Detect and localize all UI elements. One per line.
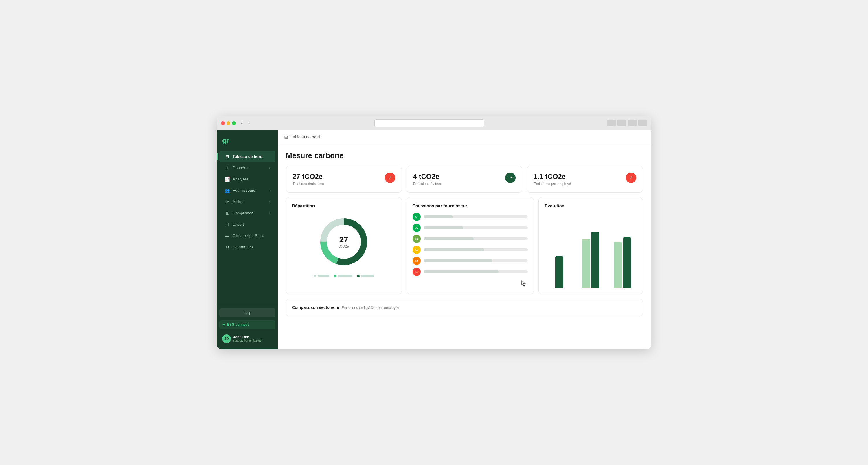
user-name: John Doe xyxy=(233,335,262,339)
logo-text: gr xyxy=(222,136,229,145)
donut-value: 27 xyxy=(339,235,349,244)
esg-icon: ✦ xyxy=(222,323,225,327)
supplier-bar-wrap xyxy=(424,237,528,240)
legend-dot-3 xyxy=(357,275,360,278)
settings-icon: ⚙ xyxy=(224,244,230,250)
supplier-bar-wrap xyxy=(424,215,528,218)
export-icon: ☐ xyxy=(224,222,230,227)
legend-bar-3 xyxy=(361,275,374,277)
cursor-icon xyxy=(519,279,528,288)
kpi-row: 27 tCO2e Total des émissions ↗ 4 tCO2e É… xyxy=(286,166,643,193)
minimize-button[interactable] xyxy=(226,121,230,125)
maximize-button[interactable] xyxy=(232,121,236,125)
url-input[interactable]: app.greenly.earth xyxy=(374,119,484,127)
kpi-info: 27 tCO2e Total des émissions xyxy=(292,173,324,186)
browser-action-2[interactable] xyxy=(617,120,626,126)
app-layout: gr ⊞ Tableau de bord ⬆ Données › 📈 Analy… xyxy=(217,130,651,349)
analyses-icon: 📈 xyxy=(224,177,230,182)
evolution-chart xyxy=(545,213,637,288)
legend-item-1 xyxy=(314,275,329,278)
bar-dark-2 xyxy=(591,232,599,288)
sidebar-item-tableau-de-bord[interactable]: ⊞ Tableau de bord xyxy=(219,151,275,162)
legend-item-2 xyxy=(334,275,352,278)
page-title: Mesure carbone xyxy=(286,151,643,160)
supplier-bar-wrap xyxy=(424,270,528,273)
supplier-bar xyxy=(424,270,499,273)
supplier-item-d: D xyxy=(412,257,528,265)
main-content: ⊞ Tableau de bord Mesure carbone 27 tCO2… xyxy=(278,130,651,349)
kpi-card-evitees: 4 tCO2e Émissions évitées 〜 xyxy=(406,166,523,193)
sidebar-item-label: Climate App Store xyxy=(232,233,264,238)
legend-item-3 xyxy=(357,275,374,278)
emissions-fournisseur-card: Émissions par fournisseur A+ A xyxy=(406,197,534,294)
supplier-bar xyxy=(424,226,463,229)
browser-action-3[interactable] xyxy=(628,120,637,126)
supplier-bar-wrap xyxy=(424,249,528,251)
supplier-badge-c: C xyxy=(412,246,421,254)
address-bar: app.greenly.earth xyxy=(255,119,603,127)
forward-button[interactable]: › xyxy=(247,120,251,126)
sidebar-item-label: Fournisseurs xyxy=(232,188,255,193)
sidebar-item-action[interactable]: ⟳ Action › xyxy=(219,196,275,207)
sidebar-logo: gr xyxy=(217,130,278,150)
topbar-dashboard-icon: ⊞ xyxy=(284,134,288,140)
supplier-bar xyxy=(424,249,484,251)
sidebar-item-fournisseurs[interactable]: 👥 Fournisseurs › xyxy=(219,185,275,196)
comparaison-title: Comparaison sectorielle xyxy=(292,305,339,310)
emissions-fournisseur-title: Émissions par fournisseur xyxy=(412,203,528,208)
close-button[interactable] xyxy=(221,121,225,125)
topbar-title: Tableau de bord xyxy=(291,135,320,139)
bar-dark-3 xyxy=(623,237,631,288)
comparaison-section: Comparaison sectorielle (Émissions en kg… xyxy=(286,299,643,316)
sidebar-item-climate-app-store[interactable]: ▬ Climate App Store xyxy=(219,230,275,241)
browser-action-1[interactable] xyxy=(607,120,616,126)
sidebar-item-label: Action xyxy=(232,200,244,204)
kpi-badge-up: ↗ xyxy=(385,173,395,183)
back-button[interactable]: ‹ xyxy=(239,120,244,126)
donut-legend xyxy=(314,275,374,278)
sidebar-item-donnees[interactable]: ⬆ Données › xyxy=(219,163,275,173)
kpi-label: Émissions évitées xyxy=(413,182,442,186)
user-info[interactable]: JD John Doe support@greenly.earth xyxy=(219,332,275,345)
supplier-bar-wrap xyxy=(424,226,528,229)
legend-dot-1 xyxy=(314,275,316,278)
supplier-item-a: A xyxy=(412,224,528,232)
chevron-icon: › xyxy=(269,189,270,192)
kpi-card-total-emissions: 27 tCO2e Total des émissions ↗ xyxy=(286,166,402,193)
browser-window: ‹ › app.greenly.earth gr ⊞ Tableau de bo… xyxy=(217,116,651,349)
sidebar-item-parametres[interactable]: ⚙ Paramètres xyxy=(219,241,275,253)
sidebar-item-compliance[interactable]: ▦ Compliance › xyxy=(219,208,275,219)
charts-row: Répartition xyxy=(286,197,643,294)
kpi-value: 27 tCO2e xyxy=(292,173,324,181)
supplier-bar xyxy=(424,215,453,218)
evolution-title: Évolution xyxy=(545,203,637,208)
store-icon: ▬ xyxy=(224,233,230,238)
fournisseurs-icon: 👥 xyxy=(224,188,230,193)
sidebar-item-label: Données xyxy=(232,166,248,170)
browser-nav: ‹ › xyxy=(239,120,252,126)
sidebar-item-export[interactable]: ☐ Export xyxy=(219,219,275,230)
data-icon: ⬆ xyxy=(224,165,230,171)
browser-action-4[interactable] xyxy=(638,120,647,126)
donut-chart: 27 tCO2e xyxy=(318,216,370,268)
sidebar-item-label: Paramètres xyxy=(232,245,253,249)
evolution-card: Évolution xyxy=(538,197,643,294)
repartition-title: Répartition xyxy=(292,203,396,208)
supplier-item-e: E xyxy=(412,268,528,276)
supplier-item-c: C xyxy=(412,246,528,254)
sidebar-item-label: Tableau de bord xyxy=(232,154,262,159)
supplier-list: A+ A xyxy=(412,213,528,276)
kpi-badge-up2: ↗ xyxy=(626,173,636,183)
legend-dot-2 xyxy=(334,275,337,278)
dashboard-icon: ⊞ xyxy=(224,154,230,159)
help-button[interactable]: Help xyxy=(219,308,275,317)
kpi-label: Émissions par employé xyxy=(533,182,571,186)
browser-dots xyxy=(221,121,236,125)
esg-badge[interactable]: ✦ ESG connect xyxy=(219,320,275,329)
bar-group-1 xyxy=(545,256,574,288)
user-details: John Doe support@greenly.earth xyxy=(233,335,262,342)
content-area: Mesure carbone 27 tCO2e Total des émissi… xyxy=(278,144,651,349)
bar-light-3 xyxy=(614,242,622,288)
supplier-badge-e: E xyxy=(412,268,421,276)
sidebar-item-analyses[interactable]: 📈 Analyses xyxy=(219,174,275,185)
